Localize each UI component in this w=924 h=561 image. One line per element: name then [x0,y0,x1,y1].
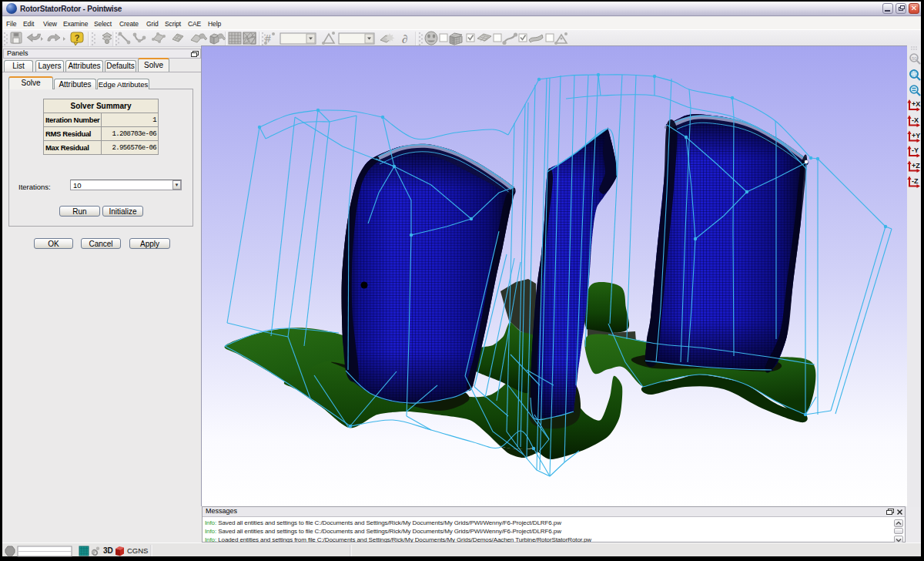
svg-text:+Z: +Z [912,162,920,170]
svg-text:50: 50 [912,56,917,61]
svg-text:+X: +X [912,100,920,108]
svg-text:+Y: +Y [912,132,920,139]
svg-text:-Z: -Z [912,177,919,185]
svg-text:3D: 3D [103,546,113,555]
svg-text:-Y: -Y [912,146,919,154]
svg-text:CGNS: CGNS [127,546,148,555]
svg-text:∂: ∂ [402,33,407,45]
svg-text:?: ? [75,33,80,42]
svg-text:-X: -X [912,116,919,124]
